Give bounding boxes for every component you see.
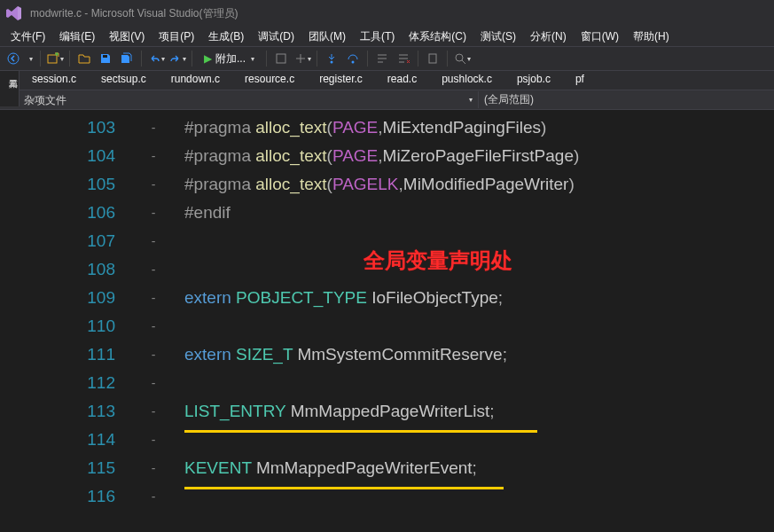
doc-tab[interactable]: psjob.c: [504, 70, 563, 90]
toolbar-separator: [367, 51, 368, 66]
doc-tab[interactable]: session.c: [20, 70, 89, 90]
nav-back-button[interactable]: [4, 49, 23, 68]
code-line[interactable]: #endif: [184, 199, 774, 227]
code-line[interactable]: extern POBJECT_TYPE IoFileObjectType;: [184, 284, 774, 312]
code-line[interactable]: #pragma alloc_text(PAGE,MiExtendPagingFi…: [184, 113, 774, 142]
line-number: 108: [0, 255, 115, 284]
menu-help[interactable]: 帮助(H): [626, 27, 676, 46]
new-project-button[interactable]: ▾: [45, 49, 65, 68]
fold-handle[interactable]: -: [147, 284, 160, 312]
save-all-button[interactable]: [117, 49, 137, 68]
line-number: 110: [0, 312, 115, 340]
toolbar: ▾ ▾ ▾ ▾ ▶ 附加... ▾ ▾ ▾: [0, 46, 774, 71]
menu-analyze[interactable]: 分析(N): [523, 27, 574, 46]
fold-handle[interactable]: -: [147, 170, 160, 199]
fold-handle[interactable]: -: [147, 454, 160, 482]
find-button[interactable]: ▾: [452, 49, 472, 68]
open-file-button[interactable]: [74, 49, 94, 68]
comment-button[interactable]: [372, 49, 392, 68]
menu-edit[interactable]: 编辑(E): [52, 27, 102, 46]
annotation-underline: [184, 430, 537, 433]
menu-arch[interactable]: 体系结构(C): [402, 27, 473, 46]
fold-handle[interactable]: -: [147, 340, 160, 369]
menu-window[interactable]: 窗口(W): [574, 27, 626, 46]
doc-tab[interactable]: resource.c: [232, 70, 307, 90]
menu-file[interactable]: 文件(F): [4, 27, 52, 46]
window-title: modwrite.c - Microsoft Visual Studio(管理员…: [30, 6, 238, 21]
fold-handle[interactable]: -: [147, 255, 160, 284]
line-number: 104: [0, 142, 115, 170]
fold-handle[interactable]: -: [147, 397, 160, 426]
title-bar: modwrite.c - Microsoft Visual Studio(管理员…: [0, 0, 774, 27]
line-number: 109: [0, 284, 115, 312]
line-number: 111: [0, 340, 115, 369]
doc-tab[interactable]: pushlock.c: [429, 70, 504, 90]
code-line[interactable]: #pragma alloc_text(PAGE,MiZeroPageFileFi…: [184, 142, 774, 170]
step-over-button[interactable]: [343, 49, 363, 68]
menu-debug[interactable]: 调试(D): [251, 27, 301, 46]
undo-button[interactable]: ▾: [146, 49, 166, 68]
menu-project[interactable]: 项目(P): [152, 27, 201, 46]
toolbar-separator: [266, 51, 267, 66]
toolbar-separator: [418, 51, 418, 66]
svg-point-0: [8, 53, 19, 64]
toolbox-rail[interactable]: 工具箱: [0, 71, 20, 106]
line-number: 112: [0, 369, 115, 397]
menu-build[interactable]: 生成(B): [201, 27, 251, 46]
toolbar-separator: [447, 51, 448, 66]
line-number: 106: [0, 199, 115, 227]
svg-point-5: [352, 61, 355, 64]
line-number: 107: [0, 227, 115, 255]
annotation-text: 全局变量声明处: [364, 246, 512, 275]
line-number-gutter: 1031041051061071081091101111121131141151…: [0, 110, 142, 532]
fold-margin[interactable]: --------------: [147, 113, 160, 511]
doc-tab[interactable]: register.c: [307, 70, 375, 90]
code-line[interactable]: extern SIZE_T MmSystemCommitReserve;: [184, 340, 774, 369]
scope-dropdown-1[interactable]: 杂项文件 ▾: [0, 91, 479, 108]
line-number: 115: [0, 454, 115, 482]
svg-rect-3: [277, 54, 285, 63]
fold-handle[interactable]: -: [147, 199, 160, 227]
bookmark-button[interactable]: [423, 49, 442, 68]
fold-handle[interactable]: -: [147, 369, 160, 397]
line-number: 113: [0, 397, 115, 426]
svg-point-4: [331, 61, 333, 64]
doc-tab[interactable]: sectsup.c: [89, 70, 159, 90]
fold-handle[interactable]: -: [147, 142, 160, 170]
scope-dropdown-2[interactable]: (全局范围): [479, 92, 774, 107]
start-debug-button[interactable]: ▶ 附加... ▾: [197, 49, 262, 68]
fold-handle[interactable]: -: [147, 482, 160, 511]
fold-handle[interactable]: -: [147, 113, 160, 142]
play-icon: ▶: [204, 52, 212, 65]
menu-tools[interactable]: 工具(T): [353, 27, 402, 46]
tb-misc-1[interactable]: [271, 49, 291, 68]
doc-tab[interactable]: read.c: [375, 70, 429, 90]
menu-team[interactable]: 团队(M): [301, 27, 353, 46]
fold-handle[interactable]: -: [147, 227, 160, 255]
redo-button[interactable]: ▾: [168, 49, 187, 68]
code-line[interactable]: #pragma alloc_text(PAGELK,MiModifiedPage…: [184, 170, 774, 199]
save-button[interactable]: [96, 49, 115, 68]
code-line[interactable]: LIST_ENTRY MmMappedPageWriterList;: [184, 397, 774, 426]
code-editor[interactable]: 1031041051061071081091101111121131141151…: [0, 110, 774, 532]
uncomment-button[interactable]: [394, 49, 413, 68]
code-line[interactable]: KEVENT MmMappedPageWriterEvent;: [184, 454, 774, 482]
code-line[interactable]: [184, 369, 774, 397]
nav-forward-button[interactable]: ▾: [25, 49, 35, 68]
scope1-label: 杂项文件: [24, 94, 66, 106]
fold-handle[interactable]: -: [147, 426, 160, 454]
fold-handle[interactable]: -: [147, 312, 160, 340]
line-number: 105: [0, 170, 115, 199]
menu-view[interactable]: 视图(V): [102, 27, 152, 46]
step-into-button[interactable]: [322, 49, 341, 68]
code-content[interactable]: #pragma alloc_text(PAGE,MiExtendPagingFi…: [142, 110, 774, 532]
menu-test[interactable]: 测试(S): [473, 27, 523, 46]
doc-tab[interactable]: rundown.c: [159, 70, 232, 90]
tb-misc-2[interactable]: ▾: [293, 49, 312, 68]
code-line[interactable]: [184, 312, 774, 340]
line-number: 103: [0, 113, 115, 142]
svg-rect-6: [429, 54, 436, 63]
svg-rect-1: [48, 55, 57, 63]
annotation-underline: [184, 487, 504, 489]
doc-tab[interactable]: pf: [563, 70, 597, 90]
